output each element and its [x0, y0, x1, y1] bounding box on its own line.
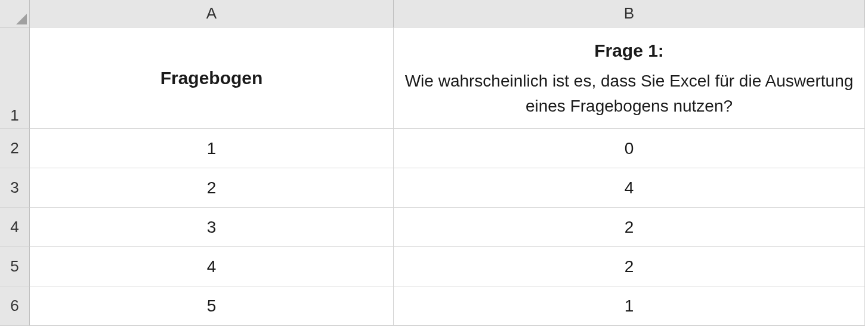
- cell-B2[interactable]: 0: [394, 129, 865, 168]
- cell-A4[interactable]: 3: [30, 208, 394, 247]
- row-header-5[interactable]: 5: [0, 247, 30, 286]
- cell-B5[interactable]: 2: [394, 247, 865, 286]
- cell-A2[interactable]: 1: [30, 129, 394, 168]
- column-header-B[interactable]: B: [394, 0, 865, 27]
- cell-A3[interactable]: 2: [30, 168, 394, 208]
- cell-B6[interactable]: 1: [394, 286, 865, 326]
- row-header-6[interactable]: 6: [0, 286, 30, 326]
- spreadsheet-grid: A B 1 Fragebogen Frage 1: Wie wahrschein…: [0, 0, 868, 326]
- cell-A5[interactable]: 4: [30, 247, 394, 286]
- row-header-4[interactable]: 4: [0, 208, 30, 247]
- row-header-2[interactable]: 2: [0, 129, 30, 168]
- cell-B1-title: Frage 1:: [594, 37, 664, 64]
- select-all-triangle-icon: [16, 14, 27, 24]
- column-header-A[interactable]: A: [30, 0, 394, 27]
- row-header-3[interactable]: 3: [0, 168, 30, 208]
- cell-B1[interactable]: Frage 1: Wie wahrscheinlich ist es, dass…: [394, 27, 865, 129]
- cell-B1-text: Wie wahrscheinlich ist es, dass Sie Exce…: [400, 69, 858, 119]
- select-all-corner[interactable]: [0, 0, 30, 27]
- cell-A1[interactable]: Fragebogen: [30, 27, 394, 129]
- cell-B3[interactable]: 4: [394, 168, 865, 208]
- cell-B4[interactable]: 2: [394, 208, 865, 247]
- cell-A6[interactable]: 5: [30, 286, 394, 326]
- row-header-1[interactable]: 1: [0, 27, 30, 129]
